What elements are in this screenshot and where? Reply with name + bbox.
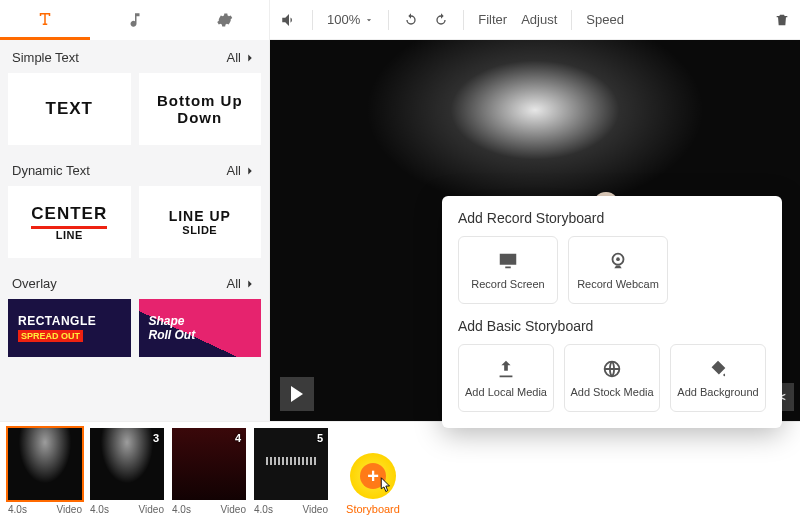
- see-all-dynamic[interactable]: All: [227, 163, 257, 178]
- record-webcam-button[interactable]: Record Webcam: [568, 236, 668, 304]
- play-button[interactable]: [280, 377, 314, 411]
- record-screen-button[interactable]: Record Screen: [458, 236, 558, 304]
- effects-sidebar: Simple Text All TEXT Bottom UpDown Dynam…: [0, 0, 270, 421]
- cursor-pointer-icon: [373, 475, 395, 497]
- popover-heading: Add Basic Storyboard: [458, 318, 766, 334]
- trash-icon: [774, 12, 790, 28]
- speed-button[interactable]: Speed: [586, 12, 624, 27]
- overlay-tile[interactable]: RECTANGLESPREAD OUT: [8, 299, 131, 357]
- see-all-simple[interactable]: All: [227, 50, 257, 65]
- timeline-clip[interactable]: 5 4.0sVideo: [254, 428, 328, 515]
- section-title: Simple Text: [12, 50, 79, 65]
- undo-button[interactable]: [403, 12, 419, 28]
- filter-button[interactable]: Filter: [478, 12, 507, 27]
- volume-icon: [280, 11, 298, 29]
- sidebar-tabs: [0, 0, 269, 40]
- add-local-media-button[interactable]: Add Local Media: [458, 344, 554, 412]
- tab-text[interactable]: [0, 0, 90, 40]
- add-background-button[interactable]: Add Background: [670, 344, 766, 412]
- section-head-dynamic: Dynamic Text All: [0, 153, 269, 186]
- see-all-overlay[interactable]: All: [227, 276, 257, 291]
- gear-icon: [215, 11, 233, 29]
- preview-toolbar: 100% Filter Adjust Speed: [270, 0, 800, 40]
- overlay-tile[interactable]: ShapeRoll Out: [139, 299, 262, 357]
- music-icon: [126, 11, 144, 29]
- tab-music[interactable]: [90, 0, 180, 40]
- chevron-right-icon: [243, 164, 257, 178]
- section-title: Overlay: [12, 276, 57, 291]
- caret-down-icon: [364, 15, 374, 25]
- adjust-button[interactable]: Adjust: [521, 12, 557, 27]
- text-style-tile[interactable]: Bottom UpDown: [139, 73, 262, 145]
- mute-button[interactable]: [280, 11, 298, 29]
- undo-icon: [403, 12, 419, 28]
- text-icon: [36, 10, 54, 28]
- add-storyboard-slot: + Storyboard: [336, 428, 410, 515]
- upload-icon: [495, 358, 517, 380]
- timeline-clip[interactable]: 4.0sVideo: [8, 428, 82, 515]
- timeline-clip[interactable]: 4 4.0sVideo: [172, 428, 246, 515]
- tab-settings[interactable]: [179, 0, 269, 40]
- timeline-clip[interactable]: 3 4.0sVideo: [90, 428, 164, 515]
- section-title: Dynamic Text: [12, 163, 90, 178]
- add-stock-media-button[interactable]: Add Stock Media: [564, 344, 660, 412]
- webcam-icon: [607, 250, 629, 272]
- zoom-select[interactable]: 100%: [327, 12, 374, 27]
- monitor-icon: [497, 250, 519, 272]
- svg-point-1: [616, 257, 620, 261]
- text-style-tile[interactable]: CENTERLINE: [8, 186, 131, 258]
- section-head-simple: Simple Text All: [0, 40, 269, 73]
- timeline: 4.0sVideo 3 4.0sVideo 4 4.0sVideo 5 4.0s…: [0, 421, 800, 521]
- globe-icon: [601, 358, 623, 380]
- add-storyboard-button[interactable]: +: [350, 453, 396, 499]
- redo-icon: [433, 12, 449, 28]
- paint-bucket-icon: [707, 358, 729, 380]
- add-storyboard-popover: Add Record Storyboard Record Screen Reco…: [442, 196, 782, 428]
- redo-button[interactable]: [433, 12, 449, 28]
- text-style-tile[interactable]: TEXT: [8, 73, 131, 145]
- popover-heading: Add Record Storyboard: [458, 210, 766, 226]
- chevron-right-icon: [243, 51, 257, 65]
- stage: 100% Filter Adjust Speed 4.0s: [270, 0, 800, 421]
- chevron-right-icon: [243, 277, 257, 291]
- delete-button[interactable]: [774, 12, 790, 28]
- section-head-overlay: Overlay All: [0, 266, 269, 299]
- add-storyboard-label: Storyboard: [346, 503, 400, 515]
- text-style-tile[interactable]: LINE UPSLIDE: [139, 186, 262, 258]
